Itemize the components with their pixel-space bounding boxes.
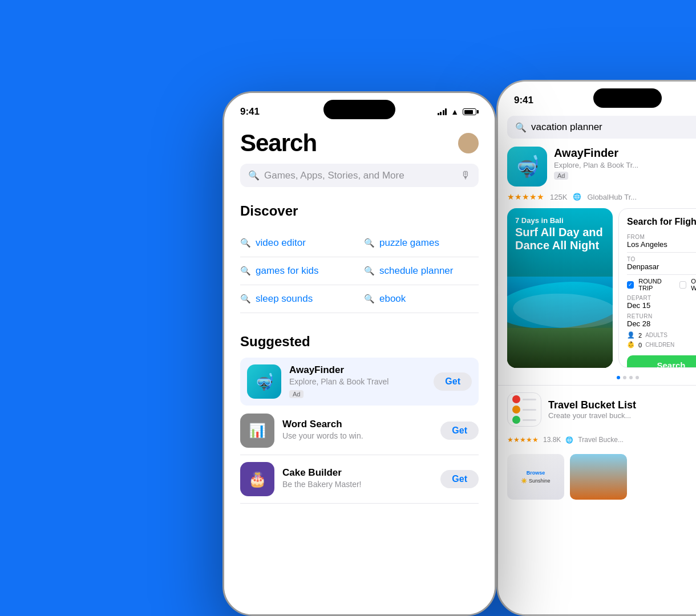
status-icons-1: ▲ [438,107,479,116]
card-carousel: 7 Days in Bali Surf All Day and Dance Al… [498,208,696,368]
awayfinder-get-btn[interactable]: Get [434,372,472,391]
awayfinder-info: AwayFinder Explore, Plan & Book Travel A… [289,364,426,399]
bucket-list-developer: Travel Bucke... [578,436,624,444]
dynamic-island-1 [323,100,395,119]
one-way-checkbox[interactable] [679,281,686,289]
rating-row: ★★★★★ 125K 🌐 GlobalHub Tr... [498,192,696,201]
wordsearch-name: Word Search [282,419,432,430]
return-label: RETURN [627,313,696,319]
mic-icon[interactable]: 🎙 [460,169,471,181]
thumb-2 [570,454,627,500]
bucket-list-icon [507,392,541,427]
search-icon: 🔍 [240,294,251,304]
app-header-name: AwayFinder [554,147,696,160]
search-icon: 🔍 [240,238,251,248]
to-label: TO [627,256,696,262]
discover-label: puzzle games [379,237,439,249]
cakebuilder-info: Cake Builder Be the Bakery Master! [282,467,432,491]
search-page: Search 🔍 Games, Apps, Stories, and More … [224,129,495,504]
discover-item-sleep-sounds[interactable]: 🔍 sleep sounds [240,285,359,313]
bali-subtitle: 7 Days in Bali [515,216,605,225]
search-bar-2[interactable]: 🔍 vacation planner [507,116,696,139]
discover-item-video-editor[interactable]: 🔍 video editor [240,229,359,257]
dot-3 [629,376,633,379]
adults-row: 👤 2 ADULTS [627,331,696,339]
discover-item-ebook[interactable]: 🔍 ebook [359,285,479,313]
discover-title: Discover [240,203,479,219]
from-label: FROM [627,234,696,240]
to-value: Denpasar [627,262,696,271]
developer-icon: 🌐 [573,193,581,201]
search-page-title: Search [240,129,317,157]
search-icon: 🔍 [364,238,375,248]
bucket-list-developer-icon: 🌐 [565,436,573,444]
awayfinder-name: AwayFinder [289,364,426,376]
checklist-icon [512,395,536,424]
app-header-desc: Explore, Plan & Book Tr... [554,161,696,169]
avatar[interactable] [458,133,479,153]
bucket-list-name: Travel Bucket List [548,399,696,411]
discover-item-puzzle-games[interactable]: 🔍 puzzle games [359,229,479,257]
wordsearch-icon: 📊 [240,414,274,448]
awayfinder-face-icon: 🤿 [247,364,281,399]
flight-card-title: Search for Flights [627,217,696,227]
discover-label: video editor [256,237,306,249]
flight-from-row: FROM Los Angeles [627,234,696,249]
rating-count: 125K [550,193,567,201]
return-row: RETURN Dec 28 [627,313,696,328]
search-bar-placeholder: Games, Apps, Stories, and More [264,170,456,181]
bali-image [507,277,613,368]
signal-icon [438,108,447,115]
dynamic-island-2 [593,88,662,108]
developer-name: GlobalHub Tr... [587,193,637,201]
search-bar-1[interactable]: 🔍 Games, Apps, Stories, and More 🎙 [240,164,479,187]
time-1: 9:41 [240,106,260,117]
depart-label: DEPART [627,295,696,301]
wordsearch-info: Word Search Use your words to win. [282,419,432,443]
return-value: Dec 28 [627,319,696,328]
thumb-carousel: Browse ☀️ Sunshine [498,448,696,500]
awayfinder-desc: Explore, Plan & Book Travel [289,377,426,386]
bucket-list-desc: Create your travel buck... [548,411,696,420]
dot-2 [623,376,626,379]
discover-grid: 🔍 video editor 🔍 puzzle games 🔍 games fo… [240,229,479,313]
flight-search-btn[interactable]: Search [627,355,696,368]
dot-1 [617,376,620,379]
cakebuilder-get-btn[interactable]: Get [440,470,479,488]
suggested-section: Suggested 🤿 AwayFinder Explore, Plan & B… [240,334,479,504]
app-row-awayfinder: 🤿 AwayFinder Explore, Plan & Book Travel… [240,358,479,406]
bucket-list-info: Travel Bucket List Create your travel bu… [548,399,696,420]
adults-value: 2 [638,332,642,339]
phone1: 9:41 ▲ Search [222,91,496,616]
awayfinder-header-info: AwayFinder Explore, Plan & Book Tr... Ad [554,147,696,180]
depart-row: DEPART Dec 15 [627,295,696,310]
flight-to-row: TO Denpasar [627,256,696,271]
discover-label: ebook [379,293,406,305]
search-icon: 🔍 [364,266,375,276]
search-query: vacation planner [531,121,696,133]
children-row: 👶 0 CHILDREN [627,341,696,348]
carousel-dots [498,376,696,379]
discover-item-games-kids[interactable]: 🔍 games for kids [240,257,359,285]
adults-label: ADULTS [645,332,667,338]
from-value: Los Angeles [627,240,696,249]
search-icon-2: 🔍 [515,122,527,133]
time-2: 9:41 [514,95,533,106]
awayfinder-icon-lg: 🤿 [507,147,547,187]
bali-card: 7 Days in Bali Surf All Day and Dance Al… [507,208,613,368]
discover-label: games for kids [256,265,319,277]
discover-item-schedule-planner[interactable]: 🔍 schedule planner [359,257,479,285]
children-value: 0 [638,342,642,348]
round-trip-label: ROUND TRIP [638,278,675,291]
search-icon: 🔍 [364,294,375,304]
bucket-list-rating-row: ★★★★★ 13.8K 🌐 Travel Bucke... [498,433,696,448]
round-trip-checkbox[interactable]: ✓ [627,281,634,289]
discover-section: Discover 🔍 video editor 🔍 puzzle games 🔍… [240,203,479,313]
one-way-label: ONE W... [691,278,696,291]
discover-label: sleep sounds [256,293,313,305]
search-icon: 🔍 [240,266,251,276]
children-label: CHILDREN [645,342,674,348]
phone2: 9:41 ▲ 🔍 vacation planner [496,80,696,616]
wordsearch-get-btn[interactable]: Get [440,422,479,440]
app-header-row: 🤿 AwayFinder Explore, Plan & Book Tr... … [498,147,696,187]
